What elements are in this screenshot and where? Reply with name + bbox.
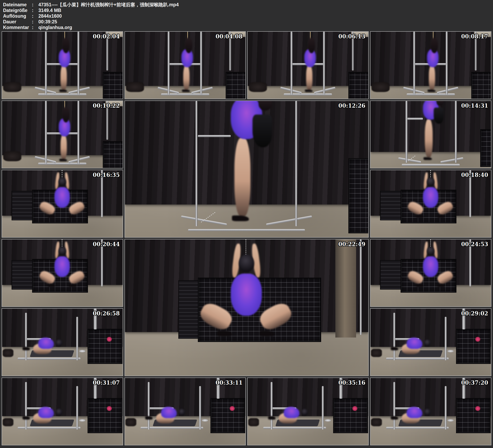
scene-placeholder bbox=[125, 32, 246, 99]
timestamp-overlay: 00:24:53 bbox=[461, 241, 488, 247]
cage bbox=[103, 72, 123, 99]
timestamp-overlay: 00:18:40 bbox=[461, 172, 488, 178]
resolution-value: 2844x1600 bbox=[38, 13, 62, 19]
timestamp-overlay: 00:22:49 bbox=[338, 241, 365, 247]
video-thumbnail[interactable]: 00:14:31 bbox=[370, 101, 492, 168]
field-separator: : bbox=[32, 24, 38, 30]
figure-hood bbox=[179, 409, 185, 415]
duration-value: 00:39:25 bbox=[38, 19, 57, 24]
cage-panel bbox=[380, 260, 403, 290]
doorway-gap bbox=[335, 239, 356, 337]
figure-hair bbox=[62, 38, 70, 53]
timestamp-overlay: 00:14:31 bbox=[461, 102, 488, 109]
video-thumbnail[interactable]: 00:33:11 bbox=[124, 378, 246, 445]
video-thumbnail[interactable]: 00:02:04 bbox=[2, 31, 123, 99]
high-heel bbox=[22, 416, 30, 420]
high-heel bbox=[232, 215, 249, 221]
file-info-row: Auflösung : 2844x1600 bbox=[3, 13, 493, 19]
figure-hair bbox=[431, 38, 438, 53]
high-heel bbox=[437, 215, 445, 218]
figure-legs bbox=[425, 119, 433, 158]
metal-pole bbox=[148, 382, 150, 429]
video-thumbnail[interactable]: 00:22:49 bbox=[124, 239, 369, 376]
metal-pole bbox=[76, 386, 78, 430]
figure-dress bbox=[55, 256, 70, 277]
video-thumbnail[interactable]: 00:26:58 bbox=[2, 308, 123, 376]
video-thumbnail[interactable]: 00:18:40 bbox=[370, 170, 492, 238]
scene-placeholder bbox=[370, 309, 491, 376]
figure-dress bbox=[231, 274, 262, 316]
high-heel bbox=[69, 215, 76, 218]
high-heel bbox=[268, 416, 275, 420]
high-heel bbox=[48, 215, 55, 218]
video-thumbnail[interactable]: 00:04:08 bbox=[124, 31, 246, 99]
cage bbox=[348, 72, 369, 99]
figure-legs bbox=[235, 138, 250, 217]
scene-placeholder bbox=[248, 32, 368, 99]
video-thumbnail[interactable]: 00:24:53 bbox=[370, 239, 492, 307]
video-thumbnail[interactable]: 00:16:35 bbox=[2, 170, 123, 238]
video-thumbnail[interactable]: 00:37:20 bbox=[370, 378, 492, 445]
video-thumbnail[interactable]: 00:35:16 bbox=[247, 378, 369, 445]
cage bbox=[456, 398, 491, 433]
video-thumbnail[interactable]: 00:10:22 bbox=[2, 101, 123, 168]
file-info-row: Dauer : 00:39:25 bbox=[3, 19, 493, 24]
metal-pole bbox=[195, 101, 197, 226]
metal-crossbar bbox=[407, 118, 423, 120]
scene-placeholder bbox=[370, 170, 491, 237]
scene-placeholder bbox=[370, 101, 491, 168]
red-cuffs bbox=[475, 406, 480, 411]
metal-pole bbox=[45, 101, 47, 164]
red-cuffs bbox=[107, 337, 112, 342]
timestamp-overlay: 00:02:04 bbox=[93, 33, 120, 40]
figure-dress bbox=[423, 187, 438, 208]
floor-clutter bbox=[126, 82, 144, 92]
file-info-row: Dateigröße : 3149.4 MB bbox=[3, 8, 493, 13]
video-thumbnail[interactable]: 00:20:44 bbox=[2, 239, 123, 307]
figure-legs bbox=[429, 65, 435, 90]
metal-pole bbox=[291, 32, 292, 95]
scene-placeholder bbox=[2, 309, 123, 376]
floor-clutter bbox=[3, 82, 21, 92]
leather-bag bbox=[253, 114, 272, 147]
timestamp-overlay: 00:31:07 bbox=[93, 380, 120, 386]
file-info-row: Kommentar : qinglanhua.org bbox=[3, 24, 493, 30]
scene-placeholder bbox=[370, 239, 491, 306]
frame-base-bar bbox=[188, 229, 305, 231]
timestamp-overlay: 00:06:13 bbox=[338, 33, 365, 40]
video-thumbnail[interactable]: 00:06:13 bbox=[247, 31, 369, 99]
floor-clutter bbox=[125, 418, 136, 426]
cage bbox=[333, 398, 368, 433]
video-thumbnail[interactable]: 00:08:17 bbox=[370, 31, 492, 99]
red-cuffs bbox=[230, 406, 235, 411]
metal-bowl bbox=[448, 419, 454, 422]
figure-dress bbox=[55, 187, 70, 208]
metal-bowl bbox=[79, 350, 85, 352]
timestamp-overlay: 00:16:35 bbox=[93, 172, 120, 178]
scene-placeholder bbox=[248, 378, 368, 445]
metal-pole bbox=[455, 101, 457, 163]
figure-dress bbox=[407, 337, 422, 349]
leather-bag bbox=[434, 108, 443, 124]
field-separator: : bbox=[32, 2, 38, 8]
scene-placeholder bbox=[125, 239, 368, 376]
field-separator: : bbox=[32, 8, 38, 13]
thumbnail-grid: 00:02:04 bbox=[0, 31, 493, 447]
cage bbox=[480, 129, 491, 167]
video-thumbnail[interactable]: 00:12:26 bbox=[124, 101, 369, 238]
video-thumbnail[interactable]: 00:29:02 bbox=[370, 308, 492, 376]
scene-placeholder bbox=[2, 170, 123, 237]
high-heel bbox=[416, 284, 424, 287]
metal-bowl bbox=[448, 350, 454, 352]
high-heel bbox=[22, 347, 30, 350]
scene-placeholder bbox=[2, 378, 123, 445]
high-heel bbox=[48, 284, 55, 287]
high-heel bbox=[416, 215, 424, 218]
metal-pole bbox=[413, 32, 415, 95]
high-heel bbox=[59, 90, 67, 92]
figure-hood bbox=[58, 178, 66, 186]
high-heel bbox=[391, 416, 398, 420]
scene-placeholder bbox=[2, 101, 123, 168]
timestamp-overlay: 00:10:22 bbox=[93, 102, 120, 109]
video-thumbnail[interactable]: 00:31:07 bbox=[2, 378, 123, 445]
